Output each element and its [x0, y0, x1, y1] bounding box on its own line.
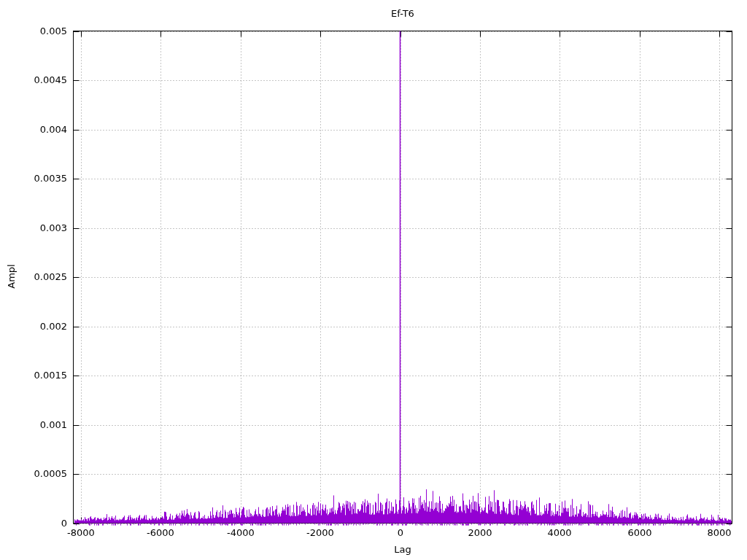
y-tick-label: 0.0035: [1, 173, 67, 184]
y-tick-label: 0.0045: [1, 74, 67, 85]
chart-title: Ef-T6: [73, 8, 732, 19]
x-tick-label: -4000: [208, 527, 274, 538]
y-tick-label: 0.001: [1, 419, 67, 430]
x-tick-label: -2000: [287, 527, 353, 538]
x-tick-label: 0: [368, 527, 433, 538]
y-tick-label: 0.0025: [1, 271, 67, 282]
y-tick-label: 0.0005: [1, 468, 67, 479]
x-tick-label: 4000: [527, 527, 592, 538]
gnuplot-window: Ef-T6 Ampl Lag 00.00050.0010.00150.0020.…: [0, 0, 747, 560]
x-tick-label: -6000: [128, 527, 193, 538]
x-tick-label: 6000: [607, 527, 673, 538]
chart-canvas: [0, 0, 747, 560]
y-tick-label: 0.0015: [1, 370, 67, 381]
x-tick-label: 2000: [447, 527, 513, 538]
x-axis-label: Lag: [73, 544, 732, 555]
y-tick-label: 0.005: [1, 26, 67, 36]
y-tick-label: 0.003: [1, 222, 67, 233]
y-tick-label: 0.004: [1, 124, 67, 135]
x-tick-label: 8000: [686, 527, 747, 538]
y-tick-label: 0.002: [1, 321, 67, 332]
x-tick-label: -8000: [48, 527, 114, 538]
